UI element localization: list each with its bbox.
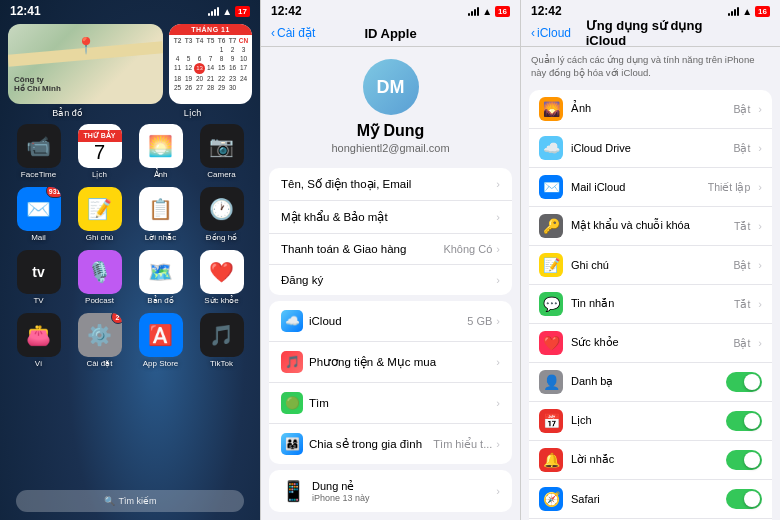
icloud-value: 5 GB <box>467 315 492 327</box>
status-icons-2: ▲ 16 <box>468 6 510 17</box>
contacts-icon: 👤 <box>539 370 563 394</box>
settings-row-payment-label: Thanh toán & Giao hàng <box>281 243 406 255</box>
map-widget[interactable]: 📍 Công ty Hồ Chí Minh <box>8 24 163 104</box>
app-wallet-label: Ví <box>35 359 43 368</box>
app-clock[interactable]: 🕐 Đồng hồ <box>195 187 248 242</box>
notes-icloud-icon: 📝 <box>539 253 563 277</box>
app-settings-label: Cài đặt <box>87 359 113 368</box>
app-facetime-label: FaceTime <box>21 170 56 179</box>
health-status: Bật <box>733 337 750 349</box>
icloud-row-drive[interactable]: ☁️ iCloud Drive Bật › <box>529 129 772 168</box>
profile-email: honghientl2@gmail.com <box>331 142 449 154</box>
settings-row-media[interactable]: 🎵 Phương tiện & Mục mua › <box>269 342 512 383</box>
battery-badge-3: 16 <box>755 6 770 17</box>
safari-label: Safari <box>571 493 600 505</box>
messages-icon: 💬 <box>539 292 563 316</box>
icloud-apps-group: 🌄 Ảnh Bật › ☁️ iCloud Drive Bật › ✉️ Ma <box>529 90 772 520</box>
app-camera[interactable]: 📷 Camera <box>195 124 248 179</box>
icloud-row-photos[interactable]: 🌄 Ảnh Bật › <box>529 90 772 129</box>
icloud-icon: ☁️ <box>281 310 303 332</box>
icloud-row-notes[interactable]: 📝 Ghi chú Bật › <box>529 246 772 285</box>
find-label: Tìm <box>309 397 329 409</box>
mail-icloud-icon: ✉️ <box>539 175 563 199</box>
app-reminders[interactable]: 📋 Lời nhắc <box>134 187 187 242</box>
family-icon: 👨‍👩‍👧 <box>281 433 303 455</box>
icloud-row-safari[interactable]: 🧭 Safari <box>529 480 772 519</box>
cal-days-header: T2T3T4T5T6T7CN <box>172 37 249 44</box>
drive-status: Bật <box>733 142 750 154</box>
settings-row-payment[interactable]: Thanh toán & Giao hàng Không Có › <box>269 234 512 265</box>
notes-icloud-label: Ghi chú <box>571 259 609 271</box>
settings-row-password[interactable]: Mật khẩu & Bảo mật › <box>269 201 512 234</box>
icloud-row-mail[interactable]: ✉️ Mail iCloud Thiết lập › <box>529 168 772 207</box>
settings-row-icloud[interactable]: ☁️ iCloud 5 GB › <box>269 301 512 342</box>
search-bar[interactable]: 🔍 Tìm kiếm <box>16 490 244 512</box>
settings-row-device[interactable]: 📱 Dung nẻ iPhone 13 này › <box>269 470 512 512</box>
app-tiktok[interactable]: 🎵 TikTok <box>195 313 248 368</box>
icloud-row-health[interactable]: ❤️ Sức khỏe Bật › <box>529 324 772 363</box>
app-grid-row1: 📹 FaceTime THỨ BẢY 7 Lịch 🌅 Ảnh 📷 Camera <box>0 120 260 183</box>
media-icon: 🎵 <box>281 351 303 373</box>
app-grid-row2: ✉️ 931 Mail 📝 Ghi chú 📋 Lời nhắc 🕐 Đồng … <box>0 183 260 246</box>
home-screen: 12:41 ▲ 17 📍 Công ty Hồ Chí Minh THÁNG 1… <box>0 0 260 520</box>
app-appstore[interactable]: 🅰️ App Store <box>134 313 187 368</box>
settings-row-family[interactable]: 👨‍👩‍👧 Chia sẻ trong gia đình Tìm hiểu t.… <box>269 424 512 464</box>
settings-row-subscribe[interactable]: Đăng ký › <box>269 265 512 295</box>
app-camera-label: Camera <box>207 170 235 179</box>
app-tv-label: TV <box>33 296 43 305</box>
app-photos[interactable]: 🌅 Ảnh <box>134 124 187 179</box>
find-icon: 🟢 <box>281 392 303 414</box>
app-podcasts-label: Podcast <box>85 296 114 305</box>
calendar-widget[interactable]: THÁNG 11 T2T3T4T5T6T7CN 123 45678910 111… <box>169 24 252 104</box>
cal-month: THÁNG 11 <box>169 24 252 35</box>
chevron-icon-2: › <box>496 211 500 223</box>
reminders-toggle[interactable] <box>726 450 762 470</box>
app-calendar[interactable]: THỨ BẢY 7 Lịch <box>73 124 126 179</box>
health-icloud-label: Sức khỏe <box>571 336 619 349</box>
safari-toggle[interactable] <box>726 489 762 509</box>
app-mail-label: Mail <box>31 233 46 242</box>
device-sublabel: iPhone 13 này <box>312 493 370 503</box>
settings-group-1: Tên, Số điện thoại, Email › Mật khẩu & B… <box>269 168 512 295</box>
chevron-icon-6: › <box>496 356 500 368</box>
app-maps[interactable]: 🗺️ Bản đồ <box>134 250 187 305</box>
back-label-3: iCloud <box>537 26 571 40</box>
settings-row-find[interactable]: 🟢 Tìm › <box>269 383 512 424</box>
mail-icloud-status: Thiết lập <box>708 181 751 193</box>
app-health[interactable]: ❤️ Sức khỏe <box>195 250 248 305</box>
back-button-2[interactable]: ‹ Cài đặt <box>271 26 315 40</box>
cal-days: 123 45678910 11121314151617 181920212223… <box>172 45 249 92</box>
chevron-drive: › <box>758 142 762 154</box>
family-label: Chia sẻ trong gia đình <box>309 437 422 451</box>
chevron-keychain: › <box>758 220 762 232</box>
app-notes[interactable]: 📝 Ghi chú <box>73 187 126 242</box>
calendar-toggle[interactable] <box>726 411 762 431</box>
signal-icon-2 <box>468 6 479 16</box>
app-podcasts[interactable]: 🎙️ Podcast <box>73 250 126 305</box>
messages-label: Tin nhắn <box>571 297 614 310</box>
keychain-icon: 🔑 <box>539 214 563 238</box>
settings-row-name[interactable]: Tên, Số điện thoại, Email › <box>269 168 512 201</box>
photos-app-icon: 🌄 <box>539 97 563 121</box>
back-button-3[interactable]: ‹ iCloud <box>531 26 571 40</box>
photos-status: Bật <box>733 103 750 115</box>
keychain-label: Mật khẩu và chuỗi khóa <box>571 219 690 232</box>
app-tv[interactable]: tv TV <box>12 250 65 305</box>
app-facetime[interactable]: 📹 FaceTime <box>12 124 65 179</box>
app-mail[interactable]: ✉️ 931 Mail <box>12 187 65 242</box>
status-icons-3: ▲ 16 <box>728 6 770 17</box>
chevron-icon-3: › <box>496 243 500 255</box>
icloud-row-contacts[interactable]: 👤 Danh bạ <box>529 363 772 402</box>
icloud-row-messages[interactable]: 💬 Tin nhắn Tắt › <box>529 285 772 324</box>
icloud-row-keychain[interactable]: 🔑 Mật khẩu và chuỗi khóa Tắt › <box>529 207 772 246</box>
app-wallet[interactable]: 👛 Ví <box>12 313 65 368</box>
nav-bar-2: ‹ Cài đặt ID Apple <box>261 20 520 47</box>
contacts-toggle[interactable] <box>726 372 762 392</box>
icloud-row-reminders[interactable]: 🔔 Lời nhắc <box>529 441 772 480</box>
wifi-icon-2: ▲ <box>482 6 492 17</box>
payment-value: Không Có <box>443 243 492 255</box>
icloud-row-calendar[interactable]: 📅 Lịch <box>529 402 772 441</box>
map-widget-label: Bản đồ <box>8 108 127 118</box>
chevron-icon: › <box>496 178 500 190</box>
app-settings[interactable]: ⚙️ 2 Cài đặt <box>73 313 126 368</box>
